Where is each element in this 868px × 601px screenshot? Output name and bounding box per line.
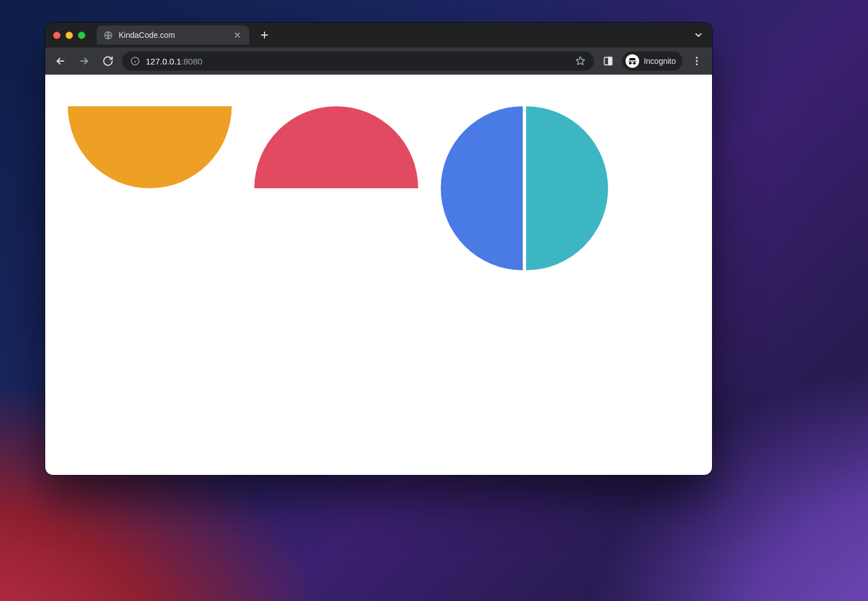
bookmark-star-icon[interactable] [575,55,586,67]
svg-point-8 [696,63,697,65]
incognito-icon [626,54,639,68]
svg-rect-5 [609,57,612,64]
half-circle-left [441,106,523,270]
reload-button[interactable] [98,51,118,71]
tab-strip: KindaCode.com [45,23,712,47]
half-circle-bottom [68,106,232,188]
half-circle-demo [68,106,689,270]
window-controls [53,32,85,39]
window-close-button[interactable] [53,32,60,39]
new-tab-button[interactable] [256,27,273,44]
toolbar: 127.0.0.1:8080 Incognito [45,47,712,75]
tabs-dropdown-button[interactable] [691,27,706,43]
half-circle-right [526,106,608,270]
tab-title: KindaCode.com [119,31,227,40]
incognito-label: Incognito [644,57,676,66]
incognito-indicator[interactable]: Incognito [622,51,683,71]
side-panel-button[interactable] [598,51,618,71]
browser-tab[interactable]: KindaCode.com [97,25,249,45]
address-host: 127.0.0.1 [146,57,181,66]
address-port: :8080 [181,57,203,66]
half-circle-top [254,106,418,188]
window-maximize-button[interactable] [78,32,85,39]
browser-window: KindaCode.com [45,23,712,475]
window-minimize-button[interactable] [66,32,73,39]
address-text: 127.0.0.1:8080 [146,57,202,66]
address-bar[interactable]: 127.0.0.1:8080 [122,51,594,71]
site-info-icon[interactable] [130,56,140,66]
back-button[interactable] [51,51,70,71]
half-circle-pair [441,106,608,270]
svg-point-6 [696,57,697,59]
globe-icon [103,31,113,40]
browser-menu-button[interactable] [687,51,706,71]
page-content [45,75,712,475]
close-tab-button[interactable] [232,30,242,40]
desktop-wallpaper: KindaCode.com [0,0,868,601]
forward-button[interactable] [75,51,94,71]
svg-point-7 [696,60,697,62]
